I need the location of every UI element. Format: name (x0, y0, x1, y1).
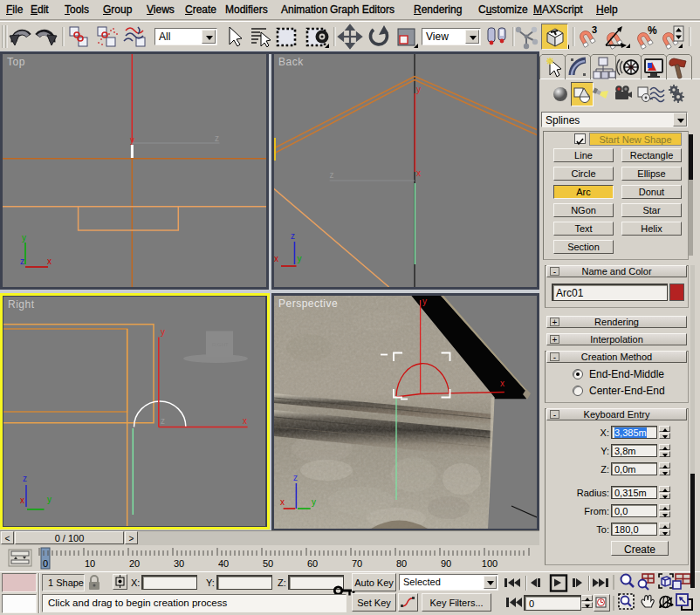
svg-text:%: % (648, 24, 657, 37)
svg-text:z: z (291, 231, 295, 241)
svg-text:y: y (312, 497, 316, 507)
svg-text:30: 30 (174, 558, 184, 569)
svg-text:0: 0 (43, 558, 48, 569)
svg-text:x: x (500, 379, 504, 388)
svg-text:z: z (293, 473, 298, 482)
svg-text:x: x (280, 497, 285, 507)
svg-text:RIGHT: RIGHT (212, 342, 229, 347)
svg-text:z: z (330, 170, 334, 180)
svg-text:y: y (416, 85, 421, 94)
svg-text:x: x (243, 416, 247, 426)
svg-text:y: y (22, 233, 26, 243)
svg-text:x: x (47, 256, 51, 266)
svg-text:60: 60 (307, 558, 318, 569)
svg-text:z: z (161, 416, 165, 426)
svg-text:90: 90 (441, 558, 451, 569)
svg-text:20: 20 (129, 558, 140, 569)
svg-text:x: x (274, 254, 278, 263)
svg-text:70: 70 (352, 558, 362, 569)
svg-text:50: 50 (263, 558, 273, 569)
svg-text:40: 40 (218, 558, 229, 569)
svg-text:3: 3 (592, 24, 597, 35)
svg-text:100: 100 (482, 558, 498, 569)
svg-text:z: z (20, 256, 24, 266)
svg-text:z: z (23, 474, 27, 483)
svg-text:y: y (298, 254, 302, 263)
svg-text:y: y (422, 297, 427, 306)
svg-text:y: y (161, 327, 165, 337)
svg-text:x: x (20, 495, 24, 505)
svg-text:80: 80 (396, 558, 407, 569)
svg-text:y: y (47, 495, 51, 504)
svg-text:x: x (416, 168, 421, 178)
svg-text:z: z (215, 133, 219, 143)
svg-text:10: 10 (85, 558, 95, 569)
